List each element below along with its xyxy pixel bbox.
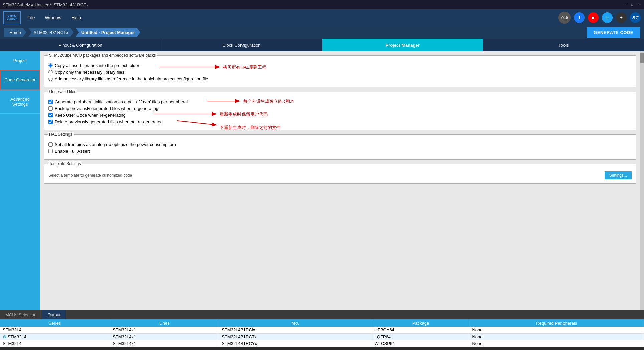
cell-package-2: LQFP64 bbox=[372, 333, 469, 340]
titlebar-title: STM32CubeMX Untitled*: STM32L431RCTx bbox=[3, 2, 89, 7]
cell-series-1: STM32L4 bbox=[0, 327, 110, 333]
titlebar-controls: — □ ✕ bbox=[623, 2, 641, 7]
sidebar-item-advanced-settings[interactable]: Advanced Settings bbox=[0, 90, 40, 114]
checkbox-full-assert: Enable Full Assert bbox=[48, 149, 632, 154]
app-logo: STM32CubeMX bbox=[3, 11, 21, 24]
tab-clock[interactable]: Clock Configuration bbox=[161, 39, 322, 51]
menubar-left: STM32CubeMX File Window Help bbox=[3, 11, 81, 24]
youtube-icon[interactable]: ▶ bbox=[588, 12, 599, 23]
checkbox-keep-user-code: Keep User Code when re-generating bbox=[48, 113, 632, 118]
titlebar-left: STM32CubeMX Untitled*: STM32L431RCTx bbox=[3, 2, 89, 7]
checkbox-delete-generated-input[interactable] bbox=[48, 120, 53, 124]
bottom-table: Series Lines Mcu Package Required Periph… bbox=[0, 319, 644, 350]
tabbar: Pinout & Configuration Clock Configurati… bbox=[0, 39, 644, 51]
radio-copy-necessary-label: Copy only the necessary library files bbox=[55, 70, 124, 75]
menubar: STM32CubeMX File Window Help ©10 f ▶ 🐦 ✦… bbox=[0, 9, 644, 26]
radio-add-reference-input[interactable] bbox=[48, 77, 53, 81]
checkbox-analog-pins-label: Set all free pins as analog (to optimize… bbox=[55, 142, 176, 147]
cell-package-3: WLCSP64 bbox=[372, 340, 469, 347]
col-package: Package bbox=[372, 319, 469, 327]
checkbox-full-assert-input[interactable] bbox=[48, 149, 53, 153]
template-settings-button[interactable]: Settings... bbox=[605, 171, 632, 179]
checkbox-backup: Backup previously generated files when r… bbox=[48, 106, 632, 111]
breadcrumb-mcu[interactable]: STM32L431RCTx bbox=[28, 28, 74, 37]
menu-window[interactable]: Window bbox=[45, 15, 62, 20]
sidebar: Project Code Generator Advanced Settings bbox=[0, 51, 40, 310]
titlebar: STM32CubeMX Untitled*: STM32L431RCTx — □… bbox=[0, 0, 644, 9]
tab-tools[interactable]: Tools bbox=[483, 39, 644, 51]
breadcrumb: Home STM32L431RCTx Untitled - Project Ma… bbox=[0, 26, 644, 39]
scrollbar-thumb[interactable] bbox=[640, 53, 644, 63]
radio-add-reference: Add necessary library files as reference… bbox=[48, 76, 632, 81]
menu-file[interactable]: File bbox=[27, 15, 35, 20]
table-row[interactable]: ⊙ STM32L4 STM32L4x1 STM32L431RCTx LQFP64… bbox=[0, 333, 644, 340]
radio-copy-all: Copy all used libraries into the project… bbox=[48, 63, 632, 68]
radio-copy-all-label: Copy all used libraries into the project… bbox=[55, 63, 139, 68]
generate-code-button[interactable]: GENERATE CODE bbox=[587, 27, 640, 38]
col-mcu: Mcu bbox=[219, 319, 372, 327]
cell-lines-3: STM32L4x1 bbox=[110, 340, 219, 347]
st-logo[interactable]: ST bbox=[630, 12, 641, 23]
bottom-tab-output[interactable]: Output bbox=[42, 310, 66, 319]
tab-project-manager[interactable]: Project Manager bbox=[322, 39, 483, 51]
main-area: Project Code Generator Advanced Settings… bbox=[0, 51, 644, 310]
cell-peripherals-3: None bbox=[469, 340, 644, 347]
cell-lines-1: STM32L4x1 bbox=[110, 327, 219, 333]
twitter-icon[interactable]: 🐦 bbox=[602, 12, 613, 23]
radio-copy-all-input[interactable] bbox=[48, 63, 53, 68]
checkbox-generate-peripheral: Generate peripheral initialization as a … bbox=[48, 99, 632, 104]
table-row[interactable]: STM32L4 STM32L4x1 STM32L431RClx UFBGA64 … bbox=[0, 327, 644, 333]
checkbox-analog-pins-input[interactable] bbox=[48, 142, 53, 147]
tab-pinout[interactable]: Pinout & Configuration bbox=[0, 39, 161, 51]
cell-mcu-2: STM32L431RCTx bbox=[219, 333, 372, 340]
bottom-tabs: MCUs Selection Output bbox=[0, 310, 644, 319]
stm32cube-section-label: STM32Cube MCU packages and embedded soft… bbox=[48, 53, 157, 58]
template-placeholder: Select a template to generate customized… bbox=[48, 173, 132, 178]
scrollbar[interactable] bbox=[640, 51, 644, 310]
close-button[interactable]: ✕ bbox=[637, 2, 641, 7]
cell-peripherals-2: None bbox=[469, 333, 644, 340]
generated-files-label: Generated files bbox=[48, 89, 77, 94]
hal-settings-label: HAL Settings bbox=[48, 132, 74, 137]
checkbox-backup-input[interactable] bbox=[48, 106, 53, 111]
checkbox-backup-label: Backup previously generated files when r… bbox=[55, 106, 158, 111]
col-series: Series bbox=[0, 319, 110, 327]
col-peripherals: Required Peripherals bbox=[469, 319, 644, 327]
maximize-button[interactable]: □ bbox=[630, 2, 635, 7]
checkbox-delete-generated: Delete previously generated files when n… bbox=[48, 119, 632, 124]
breadcrumb-left: Home STM32L431RCTx Untitled - Project Ma… bbox=[4, 28, 141, 37]
generated-files-options: Generate peripheral initialization as a … bbox=[48, 99, 632, 124]
menu-help[interactable]: Help bbox=[71, 15, 81, 20]
sidebar-item-code-generator[interactable]: Code Generator bbox=[0, 70, 40, 90]
menubar-items: File Window Help bbox=[27, 15, 81, 20]
content-area: STM32Cube MCU packages and embedded soft… bbox=[40, 51, 640, 310]
template-settings-label: Template Settings bbox=[48, 161, 82, 166]
col-lines: Lines bbox=[110, 319, 219, 327]
cell-peripherals-1: None bbox=[469, 327, 644, 333]
checkbox-keep-user-code-input[interactable] bbox=[48, 113, 53, 117]
bottom-tab-mcus-selection[interactable]: MCUs Selection bbox=[0, 310, 42, 319]
sidebar-item-project[interactable]: Project bbox=[0, 51, 40, 70]
checkbox-generate-peripheral-input[interactable] bbox=[48, 100, 53, 104]
radio-add-reference-label: Add necessary library files as reference… bbox=[55, 76, 208, 81]
cell-mcu-1: STM32L431RClx bbox=[219, 327, 372, 333]
cell-lines-2: STM32L4x1 bbox=[110, 333, 219, 340]
stm32cube-options: Copy all used libraries into the project… bbox=[48, 63, 632, 81]
breadcrumb-home[interactable]: Home bbox=[4, 28, 26, 37]
radio-copy-necessary: Copy only the necessary library files bbox=[48, 70, 632, 75]
hal-settings-section: HAL Settings Set all free pins as analog… bbox=[44, 134, 636, 160]
table-row[interactable]: STM32L4 STM32L4x1 STM32L431RCYx WLCSP64 … bbox=[0, 340, 644, 347]
breadcrumb-project[interactable]: Untitled - Project Manager bbox=[76, 28, 140, 37]
generated-files-section: Generated files Generate peripheral init… bbox=[44, 92, 636, 130]
bottom-panel: MCUs Selection Output Series Lines Mcu P… bbox=[0, 310, 644, 350]
radio-copy-necessary-input[interactable] bbox=[48, 70, 53, 74]
cell-package-1: UFBGA64 bbox=[372, 327, 469, 333]
template-settings-content: Select a template to generate customized… bbox=[48, 171, 632, 179]
checkbox-delete-generated-label: Delete previously generated files when n… bbox=[55, 119, 163, 124]
checkbox-analog-pins: Set all free pins as analog (to optimize… bbox=[48, 142, 632, 147]
table-header-row: Series Lines Mcu Package Required Periph… bbox=[0, 319, 644, 327]
minimize-button[interactable]: — bbox=[623, 2, 628, 7]
cell-series-2: ⊙ STM32L4 bbox=[0, 333, 110, 340]
facebook-icon[interactable]: f bbox=[574, 12, 585, 23]
network-icon[interactable]: ✦ bbox=[616, 12, 627, 23]
